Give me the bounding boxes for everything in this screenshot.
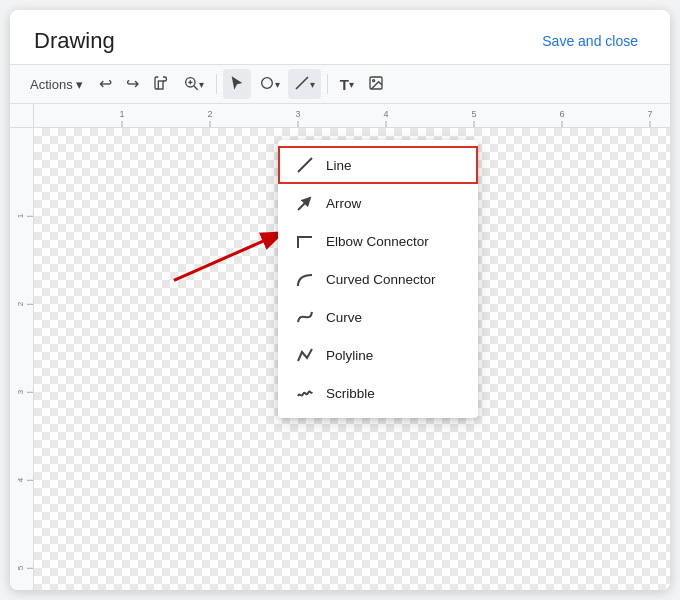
menu-item-elbow-label: Elbow Connector: [326, 234, 429, 249]
menu-item-arrow-label: Arrow: [326, 196, 361, 211]
menu-item-curve[interactable]: Curve: [278, 298, 478, 336]
ruler-v-ticks: 1 2 3 4 5: [10, 128, 33, 590]
image-button[interactable]: [362, 69, 390, 99]
svg-line-13: [298, 198, 310, 210]
svg-line-2: [194, 86, 198, 90]
undo-icon: ↩: [99, 76, 112, 92]
svg-point-5: [261, 77, 272, 88]
line-chevron-icon: ▾: [310, 79, 315, 90]
elbow-connector-menu-icon: [296, 232, 314, 250]
ruler-h-ticks: 1 2 3 4 5 6 7: [34, 104, 670, 127]
menu-item-polyline[interactable]: Polyline: [278, 336, 478, 374]
toolbar-separator-2: [327, 74, 328, 94]
ruler-h-tick-4: 4: [383, 109, 388, 127]
paint-format-button[interactable]: [147, 69, 175, 99]
menu-item-curved-connector-label: Curved Connector: [326, 272, 436, 287]
text-chevron-icon: ▾: [349, 79, 354, 90]
image-icon: [368, 75, 384, 94]
curved-connector-menu-icon: [296, 270, 314, 288]
polyline-menu-icon: [296, 346, 314, 364]
ruler-h-tick-2: 2: [207, 109, 212, 127]
menu-item-arrow[interactable]: Arrow: [278, 184, 478, 222]
scribble-menu-icon: [296, 384, 314, 402]
undo-button[interactable]: ↩: [93, 69, 118, 99]
curve-menu-icon: [296, 308, 314, 326]
arrow-menu-icon: [296, 194, 314, 212]
title-bar: Drawing Save and close: [10, 10, 670, 64]
svg-rect-0: [158, 81, 163, 89]
svg-line-11: [298, 158, 312, 172]
canvas-area[interactable]: 1 2 3 4 5 6 7 1 2 3 4 5: [10, 104, 670, 590]
svg-point-8: [372, 79, 374, 81]
text-button[interactable]: T ▾: [334, 69, 360, 99]
ruler-h-tick-3: 3: [295, 109, 300, 127]
ruler-v-tick-1: 1: [16, 214, 33, 218]
shape-chevron-icon: ▾: [275, 79, 280, 90]
ruler-corner: [10, 104, 34, 128]
ruler-h-tick-1: 1: [119, 109, 124, 127]
menu-item-line-label: Line: [326, 158, 352, 173]
redo-button[interactable]: ↪: [120, 69, 145, 99]
menu-item-scribble[interactable]: Scribble: [278, 374, 478, 412]
zoom-icon: [183, 75, 199, 94]
menu-item-line[interactable]: Line: [278, 146, 478, 184]
window-title: Drawing: [34, 28, 115, 54]
ruler-h-tick-7: 7: [647, 109, 652, 127]
line-dropdown-menu: Line Arrow Elbow Connec: [278, 140, 478, 418]
toolbar-separator-1: [216, 74, 217, 94]
paint-format-icon: [153, 75, 169, 94]
actions-label: Actions: [30, 77, 73, 92]
menu-item-elbow-connector[interactable]: Elbow Connector: [278, 222, 478, 260]
line-icon: [294, 75, 310, 94]
ruler-vertical: 1 2 3 4 5: [10, 128, 34, 590]
toolbar: Actions ▾ ↩ ↪: [10, 64, 670, 104]
shape-button[interactable]: ▾: [253, 69, 286, 99]
save-close-button[interactable]: Save and close: [534, 29, 646, 53]
actions-button[interactable]: Actions ▾: [22, 69, 91, 99]
select-icon: [229, 75, 245, 94]
ruler-v-tick-5: 5: [16, 566, 33, 570]
line-button[interactable]: ▾: [288, 69, 321, 99]
menu-item-scribble-label: Scribble: [326, 386, 375, 401]
shape-icon: [259, 75, 275, 94]
ruler-horizontal: 1 2 3 4 5 6 7: [34, 104, 670, 128]
ruler-h-tick-6: 6: [559, 109, 564, 127]
menu-item-polyline-label: Polyline: [326, 348, 373, 363]
select-button[interactable]: [223, 69, 251, 99]
ruler-h-tick-5: 5: [471, 109, 476, 127]
menu-item-curved-connector[interactable]: Curved Connector: [278, 260, 478, 298]
ruler-v-tick-2: 2: [16, 302, 33, 306]
zoom-button[interactable]: ▾: [177, 69, 210, 99]
menu-item-curve-label: Curve: [326, 310, 362, 325]
redo-icon: ↪: [126, 76, 139, 92]
zoom-chevron-icon: ▾: [199, 79, 204, 90]
svg-line-6: [296, 77, 308, 89]
ruler-v-tick-3: 3: [16, 390, 33, 394]
ruler-v-tick-4: 4: [16, 478, 33, 482]
drawing-window: Drawing Save and close Actions ▾ ↩ ↪: [10, 10, 670, 590]
actions-chevron-icon: ▾: [76, 77, 83, 92]
line-menu-icon: [296, 156, 314, 174]
text-icon: T: [340, 77, 349, 92]
